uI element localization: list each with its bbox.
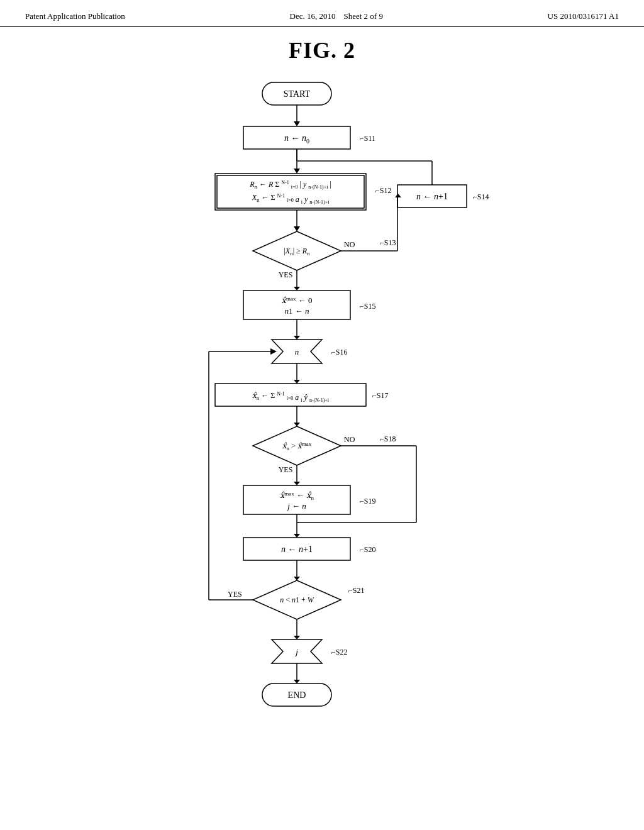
svg-marker-48 — [294, 636, 300, 639]
s15-line2: n1 ← n — [285, 306, 309, 316]
header-left: Patent Application Publication — [25, 11, 125, 21]
no-label-s18: NO — [344, 435, 355, 444]
s13-step: ⌐S13 — [380, 238, 396, 247]
s14-step: ⌐S14 — [473, 192, 489, 201]
yes-label-s21: YES — [228, 590, 242, 599]
s21-step: ⌐S21 — [348, 586, 364, 595]
svg-marker-51 — [294, 680, 300, 683]
page-header: Patent Application Publication Dec. 16, … — [0, 0, 644, 27]
s19-step: ⌐S19 — [360, 497, 375, 506]
s14-label: n ← n+1 — [416, 192, 448, 201]
header-date: Dec. 16, 2010 — [290, 11, 336, 21]
s12-step: ⌐S12 — [375, 186, 391, 195]
yes-label-s18: YES — [279, 465, 293, 474]
svg-marker-5 — [294, 169, 300, 174]
yes-label-s13: YES — [279, 270, 293, 279]
svg-marker-41 — [294, 577, 300, 580]
svg-marker-32 — [294, 482, 300, 485]
svg-marker-46 — [270, 348, 277, 355]
s21-label: n < n1 + W — [280, 595, 314, 604]
svg-marker-28 — [294, 423, 300, 426]
s16-label: n — [295, 347, 299, 357]
start-label: START — [284, 89, 311, 99]
svg-marker-38 — [294, 534, 300, 538]
svg-rect-26 — [215, 384, 366, 406]
no-label-s13: NO — [344, 240, 355, 249]
s13-label: |Xn| ≥ Rn — [284, 246, 310, 257]
s17-step: ⌐S17 — [372, 391, 388, 400]
s15-step: ⌐S15 — [360, 302, 375, 311]
s16-step: ⌐S16 — [331, 348, 347, 357]
flowchart-svg: START n ← n0 ⌐S11 Rn ← R Σ N-1 i=0 | — [146, 76, 498, 799]
s22-step: ⌐S22 — [331, 648, 347, 656]
svg-marker-22 — [294, 336, 300, 340]
header-right: US 2010/0316171 A1 — [548, 11, 619, 21]
end-label: END — [288, 690, 306, 700]
figure-title: FIG. 2 — [289, 37, 355, 64]
svg-marker-2 — [294, 121, 300, 126]
header-sheet: Sheet 2 of 9 — [343, 11, 382, 21]
s15-line1: x̂max ← 0 — [282, 296, 313, 305]
s19-line2: j ← n — [286, 501, 306, 511]
svg-marker-19 — [294, 287, 300, 290]
s11-step: ⌐S11 — [360, 134, 375, 143]
svg-marker-25 — [294, 380, 300, 384]
s20-label: n ← n+1 — [281, 545, 313, 554]
s18-step: ⌐S18 — [380, 434, 396, 443]
header-center: Dec. 16, 2010 Sheet 2 of 9 — [290, 11, 383, 21]
s20-step: ⌐S20 — [360, 545, 375, 554]
main-content: FIG. 2 START n ← n0 ⌐S11 Rn ← R Σ — [0, 31, 644, 799]
svg-marker-9 — [294, 226, 300, 231]
